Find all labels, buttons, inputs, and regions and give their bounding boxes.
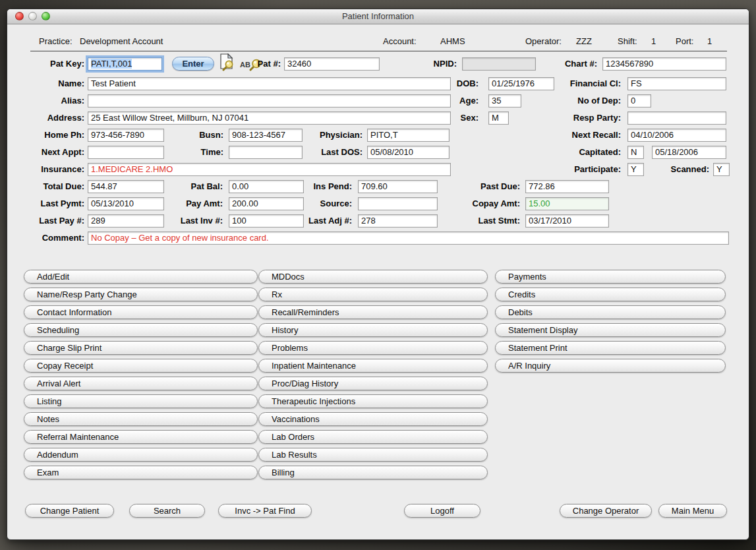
- field-label-nodep: No of Dep:: [545, 94, 621, 107]
- field-label-time: Time:: [148, 146, 223, 159]
- pat-number-input[interactable]: 32460: [284, 57, 380, 71]
- action-button-mddocs[interactable]: MDDocs: [258, 270, 488, 284]
- pat-number-label: Pat #:: [205, 57, 281, 71]
- pat-key-selected-text: PATI,T,001: [91, 59, 132, 69]
- field-input-physician[interactable]: PITO,T: [367, 129, 450, 142]
- field-label-laststmt: Last Stmt:: [444, 214, 520, 228]
- field-input-lastdos[interactable]: 05/08/2010: [367, 146, 450, 159]
- field-input-scanned[interactable]: Y: [713, 163, 730, 176]
- field-label-fincl: Financial Cl:: [545, 77, 621, 90]
- shift-label: Shift:: [618, 36, 637, 47]
- field-label-lastdos: Last DOS:: [287, 146, 363, 159]
- operator-label: Operator:: [525, 36, 562, 47]
- field-label-dob: DOB:: [403, 77, 479, 90]
- action-button-charge-slip-print[interactable]: Charge Slip Print: [24, 341, 258, 355]
- action-button-debits[interactable]: Debits: [495, 305, 726, 319]
- field-input-inspend[interactable]: 709.60: [358, 180, 438, 193]
- field-label-capitated: Capitated:: [545, 146, 621, 159]
- action-button-inpatient-maintenance[interactable]: Inpatient Maintenance: [258, 359, 488, 373]
- practice-value: Development Account: [80, 36, 163, 47]
- action-button-notes[interactable]: Notes: [24, 412, 258, 426]
- action-button-a-r-inquiry[interactable]: A/R Inquiry: [495, 359, 726, 373]
- footer-button-search[interactable]: Search: [129, 504, 205, 518]
- field-input-age[interactable]: 35: [488, 94, 521, 107]
- field-input-respparty[interactable]: [627, 111, 726, 125]
- action-button-history[interactable]: History: [258, 323, 488, 337]
- action-button-addendum[interactable]: Addendum: [24, 448, 258, 462]
- action-button-proc-diag-history[interactable]: Proc/Diag History: [258, 377, 488, 390]
- field-input-sex[interactable]: M: [488, 111, 509, 125]
- footer-button-logoff[interactable]: Logoff: [404, 504, 480, 518]
- action-button-lab-results[interactable]: Lab Results: [258, 448, 488, 462]
- action-button-recall-reminders[interactable]: Recall/Reminders: [258, 305, 488, 319]
- field-input-comment[interactable]: No Copay – Get a copy of new insurance c…: [88, 231, 729, 245]
- field-label-lastadjno: Last Adj #:: [276, 214, 352, 228]
- action-button-payments[interactable]: Payments: [495, 270, 726, 284]
- field-label-participate: Participate:: [545, 163, 621, 176]
- field-label-lastpymt: Last Pymt:: [9, 197, 84, 210]
- pat-key-input[interactable]: PATI,T,001: [88, 57, 162, 71]
- account-label: Account:: [383, 36, 417, 47]
- action-button-scheduling[interactable]: Scheduling: [24, 323, 258, 337]
- field-label-age: Age:: [403, 94, 479, 107]
- action-button-vaccinations[interactable]: Vaccinations: [258, 412, 488, 426]
- port-label: Port:: [676, 36, 693, 47]
- action-button-statement-display[interactable]: Statement Display: [495, 323, 726, 337]
- field-input-source[interactable]: [358, 197, 438, 210]
- field-input-lastadjno[interactable]: 278: [358, 214, 438, 228]
- field-label-lastinvno: Last Inv #:: [147, 214, 223, 228]
- action-button-arrival-alert[interactable]: Arrival Alert: [24, 377, 258, 390]
- port-value: 1: [707, 36, 712, 47]
- npid-label: NPID:: [381, 57, 457, 71]
- action-button-lab-orders[interactable]: Lab Orders: [258, 430, 488, 444]
- action-button-billing[interactable]: Billing: [258, 466, 488, 479]
- field-label-address: Address:: [9, 111, 84, 125]
- action-button-copay-receipt[interactable]: Copay Receipt: [24, 359, 258, 373]
- action-button-rx[interactable]: Rx: [258, 288, 488, 301]
- action-button-exam[interactable]: Exam: [24, 466, 258, 479]
- action-button-name-resp-party-change[interactable]: Name/Resp Party Change: [24, 288, 258, 301]
- footer-button-change-patient[interactable]: Change Patient: [25, 504, 114, 518]
- field-input-capitated[interactable]: N: [627, 146, 644, 159]
- field-label-copayamt: Copay Amt:: [444, 197, 520, 210]
- field-label-insurance: Insurance:: [9, 163, 84, 176]
- footer-button-invc-pat-find[interactable]: Invc -> Pat Find: [218, 504, 312, 518]
- field-label-nextrecall: Next Recall:: [545, 129, 621, 142]
- field-input-pastdue[interactable]: 772.86: [525, 180, 609, 193]
- patient-information-window: Patient Information Practice: Developmen…: [7, 9, 749, 540]
- field-input-nextrecall[interactable]: 04/10/2006: [627, 129, 726, 142]
- action-button-add-edit[interactable]: Add/Edit: [24, 270, 258, 284]
- chart-number-label: Chart #:: [521, 57, 597, 71]
- field-input-dob[interactable]: 01/25/1976: [488, 77, 554, 90]
- field-input-insurance[interactable]: 1.MEDICARE 2.HMO: [88, 163, 451, 176]
- field-label-payamt: Pay Amt:: [147, 197, 223, 210]
- field-label-homeph: Home Ph:: [9, 129, 84, 142]
- action-button-statement-print[interactable]: Statement Print: [495, 341, 726, 355]
- action-button-contact-information[interactable]: Contact Information: [24, 305, 258, 319]
- field-input-nodep[interactable]: 0: [627, 94, 651, 107]
- field-label-scanned: Scanned:: [633, 163, 709, 176]
- practice-label: Practice:: [39, 36, 73, 47]
- footer-button-change-operator[interactable]: Change Operator: [560, 504, 652, 518]
- window-title: Patient Information: [7, 9, 749, 24]
- field-label-inspend: Ins Pend:: [276, 180, 352, 193]
- field-label-pastdue: Past Due:: [444, 180, 520, 193]
- action-button-problems[interactable]: Problems: [258, 341, 488, 355]
- action-button-credits[interactable]: Credits: [495, 288, 726, 301]
- field-input-name[interactable]: Test Patient: [88, 77, 451, 90]
- field-input-address[interactable]: 25 East Willow Street, Millburn, NJ 0704…: [88, 111, 451, 125]
- field-input-fincl[interactable]: FS: [627, 77, 726, 90]
- title-bar: Patient Information: [7, 9, 749, 24]
- footer-button-main-menu[interactable]: Main Menu: [658, 504, 727, 518]
- field-input-copayamt[interactable]: 15.00: [525, 197, 609, 210]
- account-value: AHMS: [440, 36, 465, 47]
- field-input-capitated-date[interactable]: 05/18/2006: [652, 146, 726, 159]
- field-input-laststmt[interactable]: 03/17/2010: [525, 214, 609, 228]
- chart-number-input[interactable]: 1234567890: [602, 57, 726, 71]
- field-label-nextappt: Next Appt:: [9, 146, 84, 159]
- action-button-therapeutic-injections[interactable]: Therapeutic Injections: [258, 394, 488, 408]
- action-button-listing[interactable]: Listing: [24, 394, 258, 408]
- action-button-referral-maintenance[interactable]: Referral Maintenance: [24, 430, 258, 444]
- field-input-alias[interactable]: [88, 94, 451, 107]
- field-label-busn: Busn:: [148, 129, 223, 142]
